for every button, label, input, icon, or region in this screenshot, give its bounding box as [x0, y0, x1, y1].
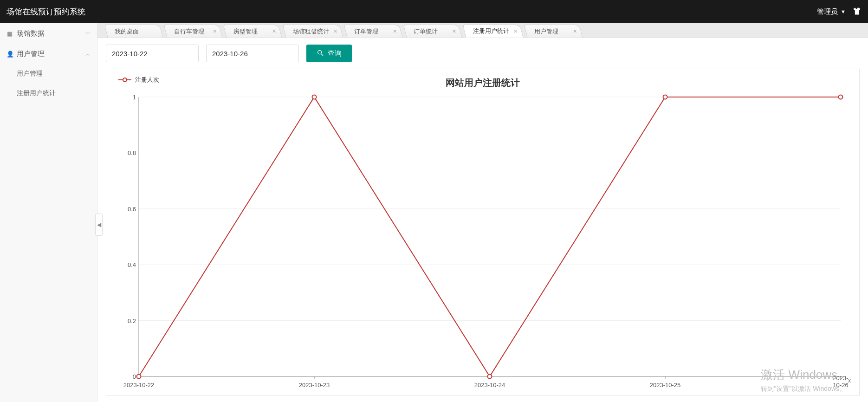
x-tick: 2023-10-22 — [123, 382, 155, 389]
sidebar-item-label: 注册用户统计 — [17, 89, 56, 97]
theme-icon[interactable] — [852, 6, 862, 17]
chevron-down-icon: ▼ — [841, 9, 846, 14]
legend-marker-icon — [118, 77, 131, 83]
admin-dropdown[interactable]: 管理员 ▼ — [817, 7, 846, 16]
sidebar-group-user-mgmt[interactable]: 👤 用户管理 ︿ — [0, 44, 97, 64]
y-tick: 0.8 — [123, 149, 136, 156]
y-tick: 0 — [123, 373, 136, 380]
legend-series-label: 注册人次 — [135, 76, 159, 84]
close-icon[interactable]: ✕ — [213, 28, 217, 34]
sidebar-item-reg-stats[interactable]: 注册用户统计 — [0, 84, 97, 103]
tab-7[interactable]: 用户管理✕ — [524, 25, 583, 38]
tab-bar: 我的桌面自行车管理✕房型管理✕场馆租借统计✕订单管理✕订单统计✕注册用户统计✕用… — [97, 23, 868, 38]
tab-label: 订单管理 — [354, 27, 378, 36]
tab-3[interactable]: 场馆租借统计✕ — [283, 25, 343, 38]
y-tick: 1 — [123, 94, 136, 101]
tab-label: 房型管理 — [233, 27, 258, 36]
sidebar-item-label: 用户管理 — [17, 70, 43, 78]
close-icon[interactable]: ✕ — [513, 28, 518, 34]
sidebar-group-label: 用户管理 — [17, 50, 82, 58]
tab-1[interactable]: 自行车管理✕ — [164, 25, 223, 38]
svg-point-18 — [488, 375, 492, 379]
date-from-input[interactable] — [106, 45, 199, 62]
chart-legend[interactable]: 注册人次 — [118, 76, 159, 84]
chart-container: 注册人次 网站用户注册统计 x 00.20.40.60.812023-10-22… — [106, 69, 860, 396]
close-icon[interactable]: ✕ — [393, 28, 397, 34]
svg-point-3 — [123, 78, 127, 82]
content-panel: 查询 注册人次 网站用户注册统计 x 00.20.40.60.812023-10… — [97, 38, 868, 402]
x-tick: 2023-10-23 — [299, 382, 330, 389]
query-button[interactable]: 查询 — [306, 45, 352, 62]
x-tick: 2023-10-24 — [474, 382, 505, 389]
chevron-down-icon: ﹀ — [85, 30, 91, 37]
search-icon — [317, 49, 324, 58]
sidebar-collapse-toggle[interactable]: ◀ — [95, 214, 103, 236]
chart-plot-area[interactable]: x 00.20.40.60.812023-10-222023-10-232023… — [139, 97, 841, 376]
close-icon[interactable]: ✕ — [272, 28, 276, 34]
tab-5[interactable]: 订单统计✕ — [403, 25, 462, 38]
tab-label: 用户管理 — [534, 27, 558, 36]
y-tick: 0.4 — [123, 261, 136, 268]
close-icon[interactable]: ✕ — [333, 28, 337, 34]
tab-label: 注册用户统计 — [473, 27, 509, 35]
svg-point-0 — [318, 50, 322, 54]
admin-label: 管理员 — [817, 7, 838, 16]
x-axis-label: x — [848, 377, 851, 384]
close-icon[interactable]: ✕ — [452, 28, 456, 34]
x-tick: 2023-10-26 — [833, 375, 848, 389]
tab-2[interactable]: 房型管理✕ — [223, 25, 282, 38]
tab-4[interactable]: 订单管理✕ — [344, 25, 403, 38]
sidebar-group-label: 场馆数据 — [17, 29, 82, 38]
tab-0[interactable]: 我的桌面 — [104, 25, 163, 38]
app-title: 场馆在线预订预约系统 — [6, 6, 85, 17]
svg-point-20 — [839, 95, 843, 99]
top-right: 管理员 ▼ — [817, 6, 862, 17]
tab-label: 我的桌面 — [115, 27, 139, 36]
chart-title: 网站用户注册统计 — [119, 77, 846, 89]
sidebar: ▦ 场馆数据 ﹀ 👤 用户管理 ︿ 用户管理 注册用户统计 ◀ — [0, 23, 97, 402]
sidebar-item-user-mgmt[interactable]: 用户管理 — [0, 64, 97, 84]
top-bar: 场馆在线预订预约系统 管理员 ▼ — [0, 0, 868, 23]
user-icon: 👤 — [6, 51, 13, 58]
svg-point-16 — [137, 375, 141, 379]
sidebar-group-venue-data[interactable]: ▦ 场馆数据 ﹀ — [0, 23, 97, 44]
x-tick: 2023-10-25 — [650, 382, 681, 389]
svg-point-17 — [312, 95, 317, 99]
grid-icon: ▦ — [6, 30, 13, 37]
close-icon[interactable]: ✕ — [573, 28, 577, 34]
svg-line-1 — [321, 54, 323, 56]
main-area: 我的桌面自行车管理✕房型管理✕场馆租借统计✕订单管理✕订单统计✕注册用户统计✕用… — [97, 23, 868, 402]
query-button-label: 查询 — [328, 49, 342, 58]
tab-label: 自行车管理 — [174, 27, 204, 36]
date-to-input[interactable] — [206, 45, 299, 62]
filter-row: 查询 — [106, 45, 860, 62]
tab-label: 场馆租借统计 — [293, 27, 329, 36]
tab-label: 订单统计 — [414, 27, 438, 36]
chevron-up-icon: ︿ — [85, 51, 91, 58]
y-tick: 0.2 — [123, 317, 136, 324]
svg-point-19 — [663, 95, 667, 99]
y-tick: 0.6 — [123, 205, 136, 212]
tab-6[interactable]: 注册用户统计✕ — [463, 25, 524, 38]
